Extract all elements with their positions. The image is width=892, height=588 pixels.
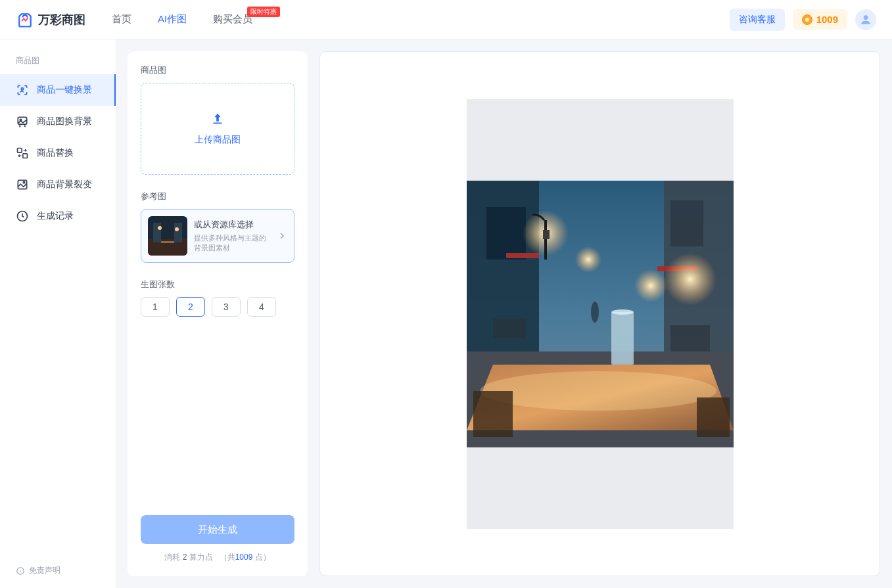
credits-value: 1009 <box>816 14 838 25</box>
svg-point-42 <box>591 302 599 323</box>
svg-rect-20 <box>486 207 526 260</box>
sidebar-item-label: 商品一键换景 <box>37 84 92 96</box>
svg-rect-34 <box>670 325 710 351</box>
sidebar-item-label: 生成记录 <box>37 210 74 222</box>
svg-rect-4 <box>18 148 22 153</box>
nav: 首页 AI作图 购买会员 限时特惠 <box>112 13 730 26</box>
avatar[interactable] <box>855 9 876 30</box>
main: 商品图 商品一键换景 商品图换背景 <box>0 39 892 588</box>
svg-rect-41 <box>697 397 730 437</box>
header: 万彩商图 首页 AI作图 购买会员 限时特惠 咨询客服 1009 <box>0 0 892 39</box>
ref-label: 参考图 <box>141 191 294 202</box>
svg-point-36 <box>480 371 716 411</box>
svg-rect-33 <box>493 319 526 338</box>
chevron-right-icon <box>277 231 287 241</box>
upload-label: 商品图 <box>141 64 294 76</box>
credits-button[interactable]: 1009 <box>793 9 847 30</box>
generate-button[interactable]: 开始生成 <box>141 515 294 544</box>
svg-point-26 <box>575 246 601 273</box>
control-panel: 商品图 上传商品图 参考图 <box>128 51 308 576</box>
reference-title: 或从资源库选择 <box>194 219 270 231</box>
svg-point-1 <box>21 88 23 90</box>
sidebar-section-label: 商品图 <box>0 51 116 74</box>
content: 商品图 上传商品图 参考图 <box>116 39 892 588</box>
count-label: 生图张数 <box>141 279 294 290</box>
history-icon <box>16 210 29 223</box>
svg-rect-40 <box>473 391 513 437</box>
logo-icon <box>16 11 34 29</box>
upload-icon <box>210 112 225 126</box>
sidebar-item-one-click-bg[interactable]: 商品一键换景 <box>0 74 116 106</box>
svg-rect-29 <box>544 220 547 260</box>
sidebar: 商品图 商品一键换景 商品图换背景 <box>0 39 116 588</box>
reference-thumbnail <box>148 216 187 256</box>
sidebar-item-bg-variants[interactable]: 商品背景裂变 <box>0 169 116 200</box>
svg-point-28 <box>634 269 667 302</box>
preview-image <box>467 181 734 447</box>
disclaimer-label: 免责声明 <box>29 565 60 576</box>
svg-rect-5 <box>23 154 28 158</box>
svg-point-7 <box>23 181 25 183</box>
svg-rect-30 <box>543 230 550 239</box>
nav-membership[interactable]: 购买会员 限时特惠 <box>213 13 252 26</box>
count-option-2[interactable]: 2 <box>176 297 205 317</box>
sidebar-item-label: 商品背景裂变 <box>37 179 92 191</box>
svg-point-16 <box>175 227 179 231</box>
cost-line: 消耗 2 算力点 （共1009 点） <box>141 552 294 563</box>
svg-rect-17 <box>161 241 174 243</box>
preview-area <box>319 51 880 576</box>
picture-swap-icon <box>16 115 29 128</box>
nav-ai-draw[interactable]: AI作图 <box>158 13 187 26</box>
user-icon <box>859 13 872 26</box>
svg-point-0 <box>864 15 868 20</box>
svg-rect-38 <box>613 335 632 363</box>
info-icon <box>16 566 25 576</box>
promo-badge: 限时特惠 <box>247 7 280 17</box>
frame-scan-icon <box>16 83 29 97</box>
split-icon <box>16 178 29 191</box>
sidebar-item-label: 商品图换背景 <box>37 116 92 127</box>
count-option-1[interactable]: 1 <box>141 297 170 317</box>
svg-point-39 <box>611 309 634 315</box>
coin-icon <box>802 14 812 25</box>
svg-point-15 <box>158 226 162 230</box>
customer-service-button[interactable]: 咨询客服 <box>730 9 785 31</box>
sidebar-item-label: 商品替换 <box>37 147 74 159</box>
sidebar-item-swap-bg[interactable]: 商品图换背景 <box>0 106 116 137</box>
svg-rect-13 <box>153 223 161 242</box>
reference-library-card[interactable]: 或从资源库选择 提供多种风格与主题的背景图素材 <box>141 209 294 263</box>
sidebar-item-history[interactable]: 生成记录 <box>0 200 116 232</box>
disclaimer-link[interactable]: 免责声明 <box>0 553 116 588</box>
svg-rect-22 <box>670 200 703 246</box>
svg-rect-10 <box>214 123 222 124</box>
upload-text: 上传商品图 <box>195 134 241 146</box>
logo-text: 万彩商图 <box>38 12 85 28</box>
svg-rect-14 <box>174 223 182 242</box>
nav-home[interactable]: 首页 <box>112 13 131 26</box>
preview-frame <box>467 99 734 529</box>
count-option-3[interactable]: 3 <box>212 297 241 317</box>
count-options: 1 2 3 4 <box>141 297 294 317</box>
sidebar-item-replace[interactable]: 商品替换 <box>0 137 116 169</box>
svg-rect-23 <box>506 253 539 258</box>
reference-desc: 提供多种风格与主题的背景图素材 <box>194 233 270 254</box>
upload-area[interactable]: 上传商品图 <box>141 83 294 175</box>
header-right: 咨询客服 1009 <box>730 9 876 31</box>
replace-icon <box>16 147 29 160</box>
logo[interactable]: 万彩商图 <box>16 11 85 29</box>
count-option-4[interactable]: 4 <box>247 297 276 317</box>
svg-point-27 <box>664 253 716 305</box>
